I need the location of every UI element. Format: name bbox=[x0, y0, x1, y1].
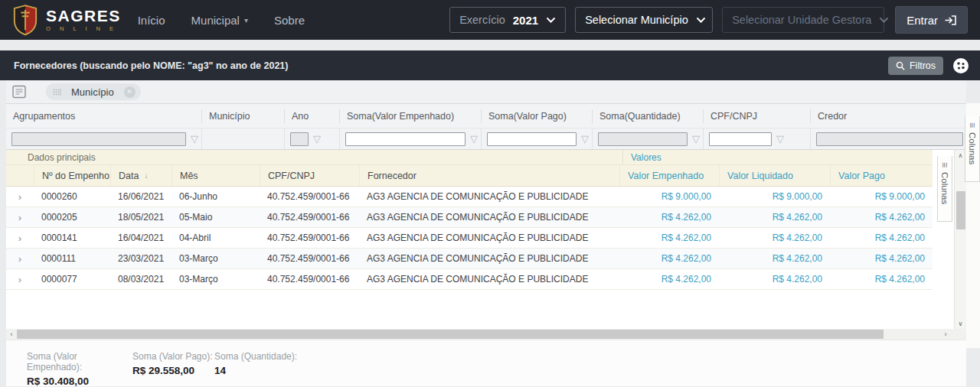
row-expand-icon[interactable]: › bbox=[6, 191, 34, 203]
filter-row: ▽ ▽ ▽ ▽ ▽ ▽ bbox=[6, 128, 966, 150]
exercicio-select[interactable]: Exercício 2021 bbox=[449, 7, 566, 33]
band-header-row: Dados principais Valores bbox=[6, 150, 933, 165]
nav-link-municipal[interactable]: Municipal▾ bbox=[191, 14, 248, 27]
column-header-ano[interactable]: Ano bbox=[284, 109, 339, 123]
filter-funnel-icon[interactable]: ▽ bbox=[470, 134, 478, 144]
group-chip-municipio[interactable]: Município ✕ bbox=[46, 83, 141, 100]
row-expand-icon[interactable]: › bbox=[6, 274, 34, 285]
filtros-button[interactable]: Filtros bbox=[888, 57, 943, 75]
detail-colunas-tab[interactable]: ≡ Colunas bbox=[937, 156, 952, 222]
brand[interactable]: SAGRES O N L I N E bbox=[12, 4, 121, 36]
band-valores: Valores bbox=[622, 150, 933, 164]
column-header-valor-liquidado[interactable]: Valor Liquidado bbox=[719, 165, 830, 186]
scroll-right-icon[interactable]: › bbox=[940, 330, 951, 338]
colunas-tab-label: Colunas bbox=[968, 132, 977, 164]
table-row[interactable]: › 0000111 23/03/2021 03-Março 40.752.459… bbox=[6, 249, 933, 269]
cell-cpf: 40.752.459/0001-66 bbox=[260, 274, 359, 285]
filter-input-soma-quantidade bbox=[598, 132, 688, 146]
colunas-tab-label: Colunas bbox=[940, 172, 949, 204]
outer-colunas-tab[interactable]: ≡ Colunas bbox=[965, 116, 980, 182]
cell-fornecedor: AG3 AGENCIA DE COMUNICAÇÃO E PUBLICIDADE bbox=[359, 274, 619, 285]
cell-cpf: 40.752.459/0001-66 bbox=[260, 191, 359, 202]
filter-input-cpf-cnpj[interactable] bbox=[709, 132, 772, 146]
column-header-soma-quantidade[interactable]: Soma(Quantidade) bbox=[592, 109, 703, 123]
cell-data: 18/05/2021 bbox=[110, 212, 172, 223]
cell-valor-pago: R$ 4.262,00 bbox=[830, 253, 933, 264]
column-header-valor-empenhado[interactable]: Valor Empenhado bbox=[619, 165, 719, 186]
cell-empenho: 0000260 bbox=[34, 191, 110, 202]
filter-cell-soma-valor-empenhado: ▽ bbox=[339, 128, 481, 149]
row-expand-icon[interactable]: › bbox=[6, 212, 34, 223]
column-header-soma-valor-pago[interactable]: Soma(Valor Pago) bbox=[481, 109, 592, 123]
menu-icon: ≡ bbox=[939, 162, 950, 167]
nav-link-label: Início bbox=[138, 14, 165, 27]
column-header-empenho[interactable]: Nº do Empenho bbox=[34, 165, 110, 186]
outer-grid-header: Agrupamentos Município Ano Soma(Valor Em… bbox=[6, 103, 966, 128]
row-expand-icon[interactable]: › bbox=[6, 233, 34, 244]
detail-header-row: Nº do Empenho Data↓ Mês CPF/CNPJ Fornece… bbox=[6, 165, 933, 187]
main-nav: Início Municipal▾ Sobre bbox=[138, 14, 305, 27]
column-header-cpf-cnpj[interactable]: CPF/CNPJ bbox=[703, 109, 810, 123]
filter-funnel-icon[interactable]: ▽ bbox=[581, 134, 589, 144]
filter-input-soma-valor-pago[interactable] bbox=[487, 132, 577, 146]
column-label: CPF/CNPJ bbox=[710, 111, 757, 122]
scroll-left-icon[interactable]: ‹ bbox=[6, 330, 17, 338]
entrar-button[interactable]: Entrar bbox=[895, 6, 968, 34]
scroll-down-icon[interactable]: ∨ bbox=[955, 318, 966, 329]
cell-mes: 03-Março bbox=[172, 274, 260, 285]
column-header-valor-pago[interactable]: Valor Pago bbox=[830, 165, 933, 186]
nav-link-inicio[interactable]: Início bbox=[138, 14, 165, 27]
column-label: Agrupamentos bbox=[13, 111, 75, 122]
filter-input-agrupamentos bbox=[11, 132, 186, 146]
summary-quantidade: Soma (Quantidade): 14 bbox=[214, 351, 299, 386]
inner-colunas-tab-area: ≡ Colunas bbox=[933, 150, 954, 329]
row-expand-icon[interactable]: › bbox=[6, 253, 34, 265]
summary-valor-empenhado: Soma (Valor Empenhado): R$ 30.408,00 bbox=[27, 351, 132, 386]
cell-empenho: 0000111 bbox=[34, 253, 110, 264]
column-label: Soma(Valor Pago) bbox=[488, 111, 567, 122]
chevron-down-icon bbox=[696, 17, 706, 23]
table-row[interactable]: › 0000260 16/06/2021 06-Junho 40.752.459… bbox=[6, 187, 933, 207]
filter-funnel-icon[interactable]: ▽ bbox=[191, 134, 198, 144]
column-header-mes[interactable]: Mês bbox=[172, 165, 260, 186]
column-label: Soma(Valor Empenhado) bbox=[347, 111, 454, 122]
cell-fornecedor: AG3 AGENCIA DE COMUNICAÇÃO E PUBLICIDADE bbox=[359, 212, 619, 223]
chip-close-icon[interactable]: ✕ bbox=[124, 86, 136, 98]
entrar-label: Entrar bbox=[906, 14, 938, 27]
filter-funnel-icon[interactable]: ▽ bbox=[313, 134, 321, 144]
cell-valor-pago: R$ 4.262,00 bbox=[830, 212, 933, 223]
filter-input-soma-valor-empenhado[interactable] bbox=[345, 132, 466, 146]
nav-link-sobre[interactable]: Sobre bbox=[274, 14, 305, 27]
tce-shield-logo-icon bbox=[12, 4, 38, 36]
column-header-agrupamentos[interactable]: Agrupamentos bbox=[6, 109, 201, 123]
sort-descending-icon: ↓ bbox=[144, 171, 148, 180]
cell-empenho: 0000141 bbox=[34, 233, 110, 243]
cell-fornecedor: AG3 AGENCIA DE COMUNICAÇÃO E PUBLICIDADE bbox=[359, 233, 619, 243]
vertical-scrollbar-thumb[interactable] bbox=[956, 191, 965, 229]
table-row[interactable]: › 0000205 18/05/2021 05-Maio 40.752.459/… bbox=[6, 207, 933, 228]
cell-cpf: 40.752.459/0001-66 bbox=[260, 212, 359, 223]
summary-value: R$ 29.558,00 bbox=[132, 365, 214, 376]
table-row[interactable]: › 0000077 08/03/2021 03-Março 40.752.459… bbox=[6, 269, 933, 290]
table-row[interactable]: › 0000141 16/04/2021 04-Abril 40.752.459… bbox=[6, 228, 933, 249]
panel-toggle-icon[interactable] bbox=[12, 85, 26, 99]
column-header-soma-valor-empenhado[interactable]: Soma(Valor Empenhado) bbox=[339, 109, 481, 123]
results-toolbar: Fornecedores (buscando pelo NOME: "ag3" … bbox=[0, 50, 980, 80]
exercicio-label: Exercício bbox=[459, 14, 505, 26]
column-header-municipio[interactable]: Município bbox=[201, 109, 284, 123]
cell-data: 08/03/2021 bbox=[110, 274, 172, 285]
municipio-select[interactable]: Selecionar Município bbox=[575, 7, 713, 33]
horizontal-scrollbar-thumb[interactable] bbox=[17, 330, 884, 339]
filter-funnel-icon[interactable]: ▽ bbox=[776, 134, 784, 144]
column-header-credor[interactable]: Credor bbox=[810, 109, 966, 123]
cell-mes: 06-Junho bbox=[172, 191, 260, 202]
filter-funnel-icon[interactable]: ▽ bbox=[692, 134, 700, 144]
column-header-fornecedor[interactable]: Fornecedor bbox=[359, 165, 619, 186]
column-header-data[interactable]: Data↓ bbox=[110, 165, 172, 186]
column-label: Município bbox=[209, 111, 250, 122]
horizontal-scrollbar[interactable]: ‹ › bbox=[6, 329, 966, 340]
cell-valor-empenhado: R$ 4.262,00 bbox=[619, 274, 719, 285]
filter-cell-agrupamentos: ▽ bbox=[6, 128, 201, 149]
column-header-cpf-cnpj[interactable]: CPF/CNPJ bbox=[260, 165, 359, 186]
cookie-settings-icon[interactable] bbox=[952, 57, 969, 74]
